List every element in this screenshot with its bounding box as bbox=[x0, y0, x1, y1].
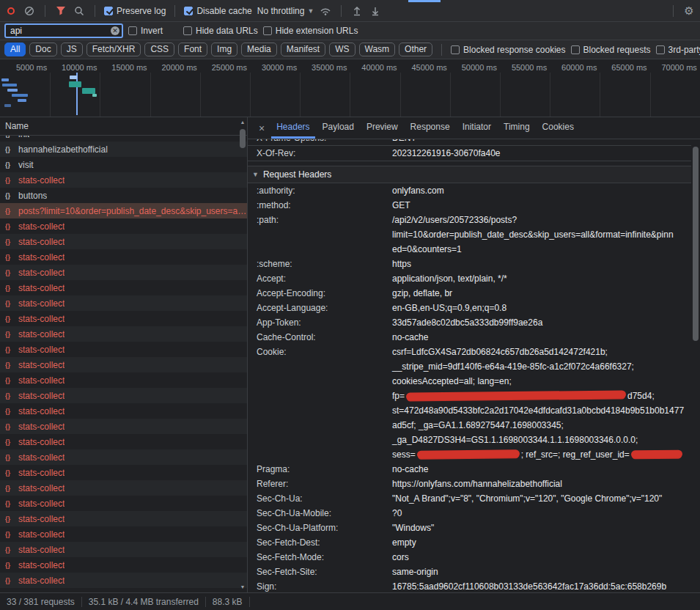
tab-preview[interactable]: Preview bbox=[361, 117, 403, 139]
filter-pill-other[interactable]: Other bbox=[399, 43, 432, 56]
invert-checkbox[interactable]: Invert bbox=[128, 26, 163, 36]
tab-payload[interactable]: Payload bbox=[317, 117, 359, 139]
hide-extension-urls-checkbox[interactable]: Hide extension URLs bbox=[263, 26, 358, 36]
overview-gridline bbox=[150, 73, 151, 117]
request-list-scrollbar[interactable]: ▲ ▼ bbox=[239, 119, 246, 591]
filter-pill-wasm[interactable]: Wasm bbox=[359, 43, 396, 56]
request-row[interactable]: {}stats-collect bbox=[0, 326, 247, 342]
network-overview-timeline[interactable]: 5000 ms10000 ms15000 ms20000 ms25000 ms3… bbox=[0, 59, 700, 117]
filter-pill-doc[interactable]: Doc bbox=[29, 43, 56, 56]
request-row[interactable]: {}stats-collect bbox=[0, 419, 247, 434]
request-row[interactable]: {}stats-collect bbox=[0, 496, 247, 511]
request-row[interactable]: {}stats-collect bbox=[0, 403, 247, 419]
filter-pill-ws[interactable]: WS bbox=[329, 43, 355, 56]
close-icon[interactable]: × bbox=[252, 117, 271, 139]
header-row: Sec-Fetch-Site:same-origin bbox=[248, 565, 691, 579]
request-row[interactable]: {}stats-collect bbox=[0, 311, 247, 326]
request-row[interactable]: {}stats-collect bbox=[0, 280, 247, 295]
filter-input[interactable] bbox=[4, 23, 123, 38]
request-row-selected[interactable]: {}posts?limit=10&order=publish_date_desc… bbox=[0, 203, 247, 218]
disable-cache-checkbox[interactable]: Disable cache bbox=[184, 6, 251, 16]
scroll-down-icon[interactable]: ▼ bbox=[239, 584, 246, 591]
request-row[interactable]: {}stats-collect bbox=[0, 265, 247, 280]
checkbox-icon[interactable] bbox=[571, 45, 580, 54]
header-value: "Not_A Brand";v="8", "Chromium";v="120",… bbox=[392, 491, 691, 506]
request-row[interactable]: {}stats-collect bbox=[0, 434, 247, 449]
record-icon[interactable] bbox=[4, 4, 18, 18]
braces-icon: {} bbox=[5, 223, 15, 230]
name-column-header[interactable]: Name bbox=[0, 117, 247, 136]
header-value: /api2/v2/users/20572336/posts?limit=10&o… bbox=[392, 213, 691, 257]
checkbox-icon[interactable] bbox=[183, 26, 192, 35]
overview-activity-bar bbox=[4, 104, 11, 107]
filter-pill-js[interactable]: JS bbox=[61, 43, 83, 56]
request-row[interactable]: {}visit bbox=[0, 157, 247, 172]
overview-activity-bar bbox=[92, 94, 97, 97]
filter-pill-manifest[interactable]: Manifest bbox=[281, 43, 325, 56]
cookie-text: __stripe_mid=9df140f6-e64a-419e-85fc-a1c… bbox=[392, 361, 634, 372]
checkbox-checked-icon[interactable] bbox=[184, 7, 193, 15]
request-row[interactable]: {}stats-collect bbox=[0, 557, 247, 573]
header-name: Accept-Language: bbox=[257, 301, 392, 315]
request-row[interactable]: {}stats-collect bbox=[0, 480, 247, 496]
network-conditions-icon[interactable] bbox=[319, 4, 332, 18]
request-row[interactable]: {}stats-collect bbox=[0, 542, 247, 557]
details-scrollbar[interactable] bbox=[692, 141, 699, 591]
blocked-requests-checkbox[interactable]: Blocked requests bbox=[571, 45, 651, 55]
filter-pill-media[interactable]: Media bbox=[241, 43, 277, 56]
tab-initiator[interactable]: Initiator bbox=[457, 117, 496, 139]
export-har-icon[interactable] bbox=[369, 4, 382, 18]
clear-icon[interactable] bbox=[23, 4, 36, 18]
checkbox-checked-icon[interactable] bbox=[104, 7, 113, 15]
braces-icon: {} bbox=[5, 577, 15, 584]
preserve-log-checkbox[interactable]: Preserve log bbox=[104, 6, 166, 16]
request-row[interactable]: {}hannahelizabethofficial bbox=[0, 142, 247, 157]
tab-headers[interactable]: Headers bbox=[271, 117, 314, 139]
request-row[interactable]: {}stats-collect bbox=[0, 372, 247, 388]
request-row[interactable]: {}stats-collect bbox=[0, 465, 247, 480]
network-toolbar: Preserve log Disable cache No throttling… bbox=[0, 0, 700, 22]
request-row[interactable]: {}stats-collect bbox=[0, 234, 247, 249]
request-row[interactable]: {}stats-collect bbox=[0, 172, 247, 188]
clear-filter-icon[interactable]: ✕ bbox=[111, 26, 119, 35]
hide-data-urls-checkbox[interactable]: Hide data URLs bbox=[183, 26, 258, 36]
filter-pill-font[interactable]: Font bbox=[178, 43, 207, 56]
checkbox-icon[interactable] bbox=[263, 26, 272, 35]
throttling-dropdown[interactable]: No throttling ▼ bbox=[257, 6, 314, 16]
import-har-icon[interactable] bbox=[350, 4, 364, 18]
scroll-up-icon[interactable]: ▲ bbox=[239, 119, 246, 126]
request-row[interactable]: {}stats-collect bbox=[0, 449, 247, 465]
request-row[interactable]: {}stats-collect bbox=[0, 573, 247, 588]
request-row[interactable]: {}init bbox=[0, 136, 247, 142]
request-row[interactable]: {}buttons bbox=[0, 188, 247, 203]
scrollbar-thumb[interactable] bbox=[240, 129, 246, 148]
request-row[interactable]: {}stats-collect bbox=[0, 218, 247, 234]
checkbox-icon[interactable] bbox=[656, 45, 665, 54]
filter-pill-css[interactable]: CSS bbox=[144, 43, 174, 56]
search-icon[interactable] bbox=[73, 4, 86, 18]
request-row[interactable]: {}stats-collect bbox=[0, 388, 247, 403]
headers-body: X-Frame-Options:DENYX-Of-Rev:20231226191… bbox=[248, 139, 700, 592]
request-row[interactable]: {}stats-collect bbox=[0, 295, 247, 311]
filter-pill-img[interactable]: Img bbox=[211, 43, 237, 56]
request-row[interactable]: {}stats-collect bbox=[0, 249, 247, 265]
filter-pill-fetch-xhr[interactable]: Fetch/XHR bbox=[86, 43, 141, 56]
request-headers-section[interactable]: ▼Request Headers bbox=[248, 166, 691, 183]
tab-cookies[interactable]: Cookies bbox=[537, 117, 579, 139]
settings-gear-icon[interactable]: ⚙ bbox=[682, 4, 696, 18]
checkbox-icon[interactable] bbox=[128, 26, 137, 35]
header-value-line: ed=0&counters=1 bbox=[392, 242, 691, 257]
checkbox-icon[interactable] bbox=[451, 45, 460, 54]
filter-pill-all[interactable]: All bbox=[4, 43, 26, 56]
request-row[interactable]: {}stats-collect bbox=[0, 357, 247, 372]
request-row[interactable]: {}stats-collect bbox=[0, 526, 247, 542]
filter-icon[interactable] bbox=[54, 4, 67, 18]
blocked-response-cookies-checkbox[interactable]: Blocked response cookies bbox=[451, 45, 565, 55]
request-row[interactable]: {}stats-collect bbox=[0, 511, 247, 526]
scrollbar-thumb[interactable] bbox=[693, 147, 699, 341]
third-party-requests-checkbox[interactable]: 3rd-party requests bbox=[656, 45, 700, 55]
tab-response[interactable]: Response bbox=[405, 117, 455, 139]
overview-time-label: 30000 ms bbox=[254, 63, 297, 72]
request-row[interactable]: {}stats-collect bbox=[0, 342, 247, 357]
tab-timing[interactable]: Timing bbox=[498, 117, 535, 139]
